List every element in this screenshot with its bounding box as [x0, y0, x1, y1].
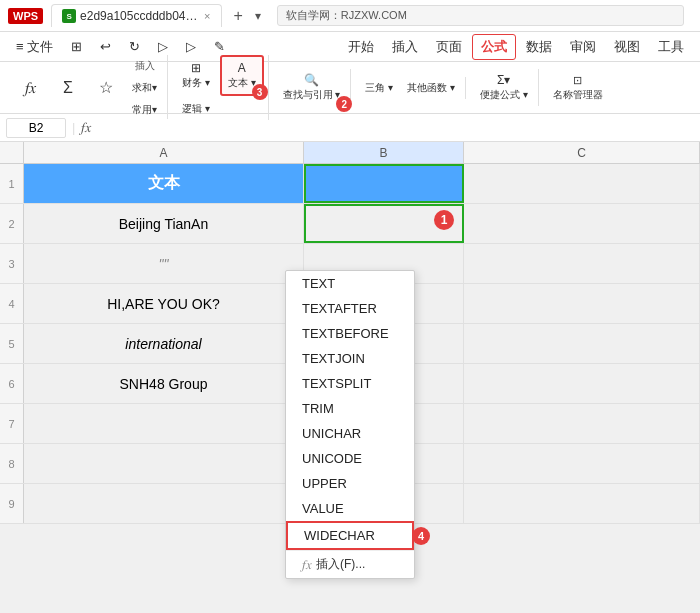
badge-1: 1: [434, 210, 454, 230]
shortcut-label: 便捷公式 ▾: [480, 88, 528, 102]
name-manager-button[interactable]: ⊡ 名称管理器: [547, 70, 609, 106]
finance-icon: ⊞: [191, 61, 201, 75]
tab-arrow[interactable]: ▾: [255, 9, 261, 23]
dropdown-item-textjoin[interactable]: TEXTJOIN: [286, 346, 414, 371]
menu-data[interactable]: 数据: [518, 35, 560, 59]
logic-button[interactable]: 逻辑 ▾: [176, 98, 216, 120]
col-header-a: A: [24, 142, 304, 163]
dropdown-item-unicode[interactable]: UNICODE: [286, 446, 414, 471]
triangle-button[interactable]: 三角 ▾: [359, 77, 399, 99]
menu-start[interactable]: 开始: [340, 35, 382, 59]
star-icon: ☆: [99, 78, 113, 97]
insert-fn-icon: 𝑓𝑥: [302, 557, 312, 573]
dropdown-item-textsplit[interactable]: TEXTSPLIT: [286, 371, 414, 396]
table-row: 1 文本: [0, 164, 700, 204]
cell-a6[interactable]: SNH48 Group: [24, 364, 304, 403]
tab-favicon: S: [62, 9, 76, 23]
other-fn-button[interactable]: 其他函数 ▾: [401, 77, 461, 99]
url-bar[interactable]: 软自学网：RJZXW.COM: [277, 5, 684, 26]
cell-c4[interactable]: [464, 284, 700, 323]
cell-a5[interactable]: international: [24, 324, 304, 363]
lookup-button[interactable]: 🔍 查找与引用 ▾ 2: [277, 69, 347, 106]
toolbar-triangle-group: 三角 ▾ 其他函数 ▾: [355, 77, 466, 99]
toolbar-formula-group: ⊞ 财务 ▾ A 文本 ▾ 3 逻辑 ▾: [172, 55, 269, 120]
new-tab-button[interactable]: +: [230, 7, 247, 25]
menu-page[interactable]: 页面: [428, 35, 470, 59]
other-fn-label: 其他函数 ▾: [407, 81, 455, 95]
shortcut-icon: Σ▾: [497, 73, 510, 87]
dropdown-item-textbefore[interactable]: TEXTBEFORE: [286, 321, 414, 346]
formula-fx-icon: 𝑓𝑥: [81, 119, 91, 136]
dropdown-item-unichar[interactable]: UNICHAR: [286, 421, 414, 446]
fx-button[interactable]: 𝑓𝑥: [12, 75, 48, 101]
badge-4: 4: [412, 527, 430, 545]
column-headers: A B C: [0, 142, 700, 164]
cell-a3[interactable]: "": [24, 244, 304, 283]
cell-c8[interactable]: [464, 444, 700, 483]
sigma-icon: Σ: [63, 79, 73, 97]
shortcut-button[interactable]: Σ▾ 便捷公式 ▾: [474, 69, 534, 106]
cell-c5[interactable]: [464, 324, 700, 363]
row-number: 8: [0, 444, 24, 483]
tab-close-icon[interactable]: ×: [204, 10, 210, 22]
cell-a4[interactable]: HI,ARE YOU OK?: [24, 284, 304, 323]
toolbar-name-group: ⊡ 名称管理器: [543, 70, 613, 106]
dropdown-item-text[interactable]: TEXT: [286, 271, 414, 296]
row-number: 1: [0, 164, 24, 203]
finance-button[interactable]: ⊞ 财务 ▾: [176, 57, 216, 94]
row-number: 3: [0, 244, 24, 283]
toolbar-lookup-group: 🔍 查找与引用 ▾ 2: [273, 69, 352, 106]
active-tab[interactable]: S e2d9a105ccdddb046cc311e ×: [51, 4, 221, 27]
cell-b1[interactable]: [304, 164, 464, 203]
text-function-dropdown: TEXT TEXTAFTER TEXTBEFORE TEXTJOIN TEXTS…: [285, 270, 415, 579]
menu-icon4[interactable]: ✎: [206, 36, 233, 57]
sigma-button[interactable]: Σ: [50, 75, 86, 101]
name-manager-icon: ⊡: [573, 74, 582, 87]
cell-c6[interactable]: [464, 364, 700, 403]
menu-view[interactable]: 视图: [606, 35, 648, 59]
dropdown-item-insert-fn[interactable]: 𝑓𝑥 插入(F)...: [286, 550, 414, 578]
dropdown-item-trim[interactable]: TRIM: [286, 396, 414, 421]
text-label: 文本 ▾: [228, 76, 256, 90]
sum-button[interactable]: 求和▾: [126, 77, 163, 99]
dropdown-item-textafter[interactable]: TEXTAFTER: [286, 296, 414, 321]
formula-input[interactable]: [97, 119, 694, 137]
cell-reference-input[interactable]: [6, 118, 66, 138]
menu-insert[interactable]: 插入: [384, 35, 426, 59]
cell-a9[interactable]: [24, 484, 304, 523]
cell-c7[interactable]: [464, 404, 700, 443]
toolbar-insert-group: 𝑓𝑥 Σ ☆ 插入 求和▾ 常用▾: [8, 55, 168, 121]
cell-c2[interactable]: [464, 204, 700, 243]
logic-label: 逻辑 ▾: [182, 102, 210, 116]
col-header-c: C: [464, 142, 700, 163]
cell-b2[interactable]: 1: [304, 204, 464, 243]
menu-review[interactable]: 审阅: [562, 35, 604, 59]
menu-formula[interactable]: 公式: [472, 34, 516, 60]
row-number: 7: [0, 404, 24, 443]
lookup-icon: 🔍: [304, 73, 319, 87]
star-button[interactable]: ☆: [88, 74, 124, 101]
formula-bar: | 𝑓𝑥: [0, 114, 700, 142]
common-button[interactable]: 常用▾: [126, 99, 163, 121]
cell-c1[interactable]: [464, 164, 700, 203]
cell-a8[interactable]: [24, 444, 304, 483]
toolbar: 𝑓𝑥 Σ ☆ 插入 求和▾ 常用▾ ⊞ 财务 ▾ A 文本 ▾ 3: [0, 62, 700, 114]
cell-a1[interactable]: 文本: [24, 164, 304, 203]
dropdown-item-value[interactable]: VALUE: [286, 496, 414, 521]
fx-icon: 𝑓𝑥: [25, 79, 36, 97]
toolbar-shortcut-group: Σ▾ 便捷公式 ▾: [470, 69, 539, 106]
menu-tools[interactable]: 工具: [650, 35, 692, 59]
tab-title: e2d9a105ccdddb046cc311e: [80, 9, 200, 23]
name-manager-label: 名称管理器: [553, 88, 603, 102]
cell-a2[interactable]: Beijing TianAn: [24, 204, 304, 243]
menu-icon3[interactable]: ▷: [178, 36, 204, 57]
dropdown-item-widechar[interactable]: WIDECHAR 4: [286, 521, 414, 550]
row-number: 5: [0, 324, 24, 363]
lookup-label: 查找与引用 ▾: [283, 88, 341, 102]
row-number: 4: [0, 284, 24, 323]
dropdown-item-upper[interactable]: UPPER: [286, 471, 414, 496]
cell-a7[interactable]: [24, 404, 304, 443]
cell-c9[interactable]: [464, 484, 700, 523]
text-button[interactable]: A 文本 ▾ 3: [220, 55, 264, 96]
cell-c3[interactable]: [464, 244, 700, 283]
